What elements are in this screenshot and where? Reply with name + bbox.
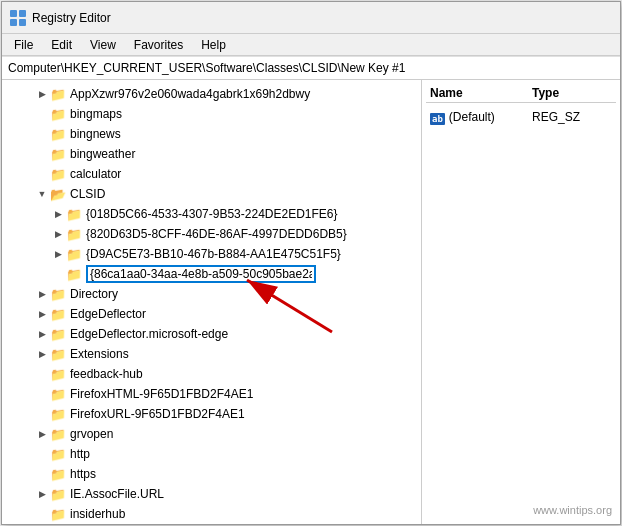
expander-newkey[interactable] [50,264,66,284]
tree-item-clsid2[interactable]: ▶📁{820D63D5-8CFF-46DE-86AF-4997DEDD6DB5} [2,224,421,244]
folder-icon-firefoxurl: 📁 [50,407,66,422]
tree-item-edgedeflectorme[interactable]: ▶📁EdgeDeflector.microsoft-edge [2,324,421,344]
folder-icon-clsid2: 📁 [66,227,82,242]
folder-icon-https: 📁 [50,467,66,482]
tree-item-clsid3[interactable]: ▶📁{D9AC5E73-BB10-467b-B884-AA1E475C51F5} [2,244,421,264]
tree-item-bingmaps[interactable]: 📁bingmaps [2,104,421,124]
detail-row-name: (Default) [449,110,532,124]
menu-edit[interactable]: Edit [43,36,80,54]
tree-item-ieassocfile[interactable]: ▶📁IE.AssocFile.URL [2,484,421,504]
tree-item-label-firefoxurl: FirefoxURL-9F65D1FBD2F4AE1 [70,407,245,421]
tree-item-directory[interactable]: ▶📁Directory [2,284,421,304]
expander-feedbackhub[interactable] [34,364,50,384]
tree-item-label-directory: Directory [70,287,118,301]
tree-item-calculator[interactable]: 📁calculator [2,164,421,184]
tree-item-label-bingweather: bingweather [70,147,135,161]
svg-rect-0 [10,10,17,17]
tree-item-feedbackhub[interactable]: 📁feedback-hub [2,364,421,384]
expander-bingnews[interactable] [34,124,50,144]
detail-pane: Name Type ab(Default)REG_SZ [422,80,620,524]
tree-item-label-bingnews: bingnews [70,127,121,141]
folder-icon-http: 📁 [50,447,66,462]
folder-icon-insiderhub: 📁 [50,507,66,522]
tree-item-label-feedbackhub: feedback-hub [70,367,143,381]
tree-item-https[interactable]: 📁https [2,464,421,484]
expander-grvopen[interactable]: ▶ [34,424,50,444]
tree-item-label-clsid: CLSID [70,187,105,201]
expander-http[interactable] [34,444,50,464]
detail-row-icon: ab [430,109,445,125]
expander-extensions[interactable]: ▶ [34,344,50,364]
menu-help[interactable]: Help [193,36,234,54]
folder-icon-directory: 📁 [50,287,66,302]
tree-item-label-clsid2: {820D63D5-8CFF-46DE-86AF-4997DEDD6DB5} [86,227,347,241]
tree-item-newkey[interactable]: 📁 [2,264,421,284]
detail-row-type: REG_SZ [532,110,612,124]
col-name: Name [430,86,532,100]
menu-file[interactable]: File [6,36,41,54]
tree-item-grvopen[interactable]: ▶📁grvopen [2,424,421,444]
app-icon [10,10,26,26]
expander-edgedeflector[interactable]: ▶ [34,304,50,324]
tree-item-label-http: http [70,447,90,461]
tree-item-clsid1[interactable]: ▶📁{018D5C66-4533-4307-9B53-224DE2ED1FE6} [2,204,421,224]
expander-clsid1[interactable]: ▶ [50,204,66,224]
tree-item-label-ieassocfile: IE.AssocFile.URL [70,487,164,501]
tree-item-edgedeflector[interactable]: ▶📁EdgeDeflector [2,304,421,324]
expander-https[interactable] [34,464,50,484]
tree-item-bingweather[interactable]: 📁bingweather [2,144,421,164]
expander-bingweather[interactable] [34,144,50,164]
folder-icon-clsid: 📂 [50,187,66,202]
folder-icon-bingweather: 📁 [50,147,66,162]
tree-item-appxzwr[interactable]: ▶📁AppXzwr976v2e060wada4gabrk1x69h2dbwy [2,84,421,104]
col-type: Type [532,86,612,100]
expander-ieassocfile[interactable]: ▶ [34,484,50,504]
tree-item-label-edgedeflector: EdgeDeflector [70,307,146,321]
tree-pane[interactable]: ▶📁AppXzwr976v2e060wada4gabrk1x69h2dbwy📁b… [2,80,422,524]
tree-item-label-https: https [70,467,96,481]
folder-icon-ieassocfile: 📁 [50,487,66,502]
address-bar: Computer\HKEY_CURRENT_USER\Software\Clas… [2,56,620,80]
expander-insiderhub[interactable] [34,504,50,524]
folder-icon-clsid1: 📁 [66,207,82,222]
tree-item-label-calculator: calculator [70,167,121,181]
tree-item-firefoxurl[interactable]: 📁FirefoxURL-9F65D1FBD2F4AE1 [2,404,421,424]
tree-item-extensions[interactable]: ▶📁Extensions [2,344,421,364]
expander-directory[interactable]: ▶ [34,284,50,304]
tree-item-label-firefoxhtml: FirefoxHTML-9F65D1FBD2F4AE1 [70,387,253,401]
tree-item-http[interactable]: 📁http [2,444,421,464]
rename-input-newkey[interactable] [86,265,316,283]
tree-item-bingnews[interactable]: 📁bingnews [2,124,421,144]
tree-item-insiderhub[interactable]: 📁insiderhub [2,504,421,524]
menu-favorites[interactable]: Favorites [126,36,191,54]
window-title: Registry Editor [32,11,111,25]
tree-item-label-edgedeflectorme: EdgeDeflector.microsoft-edge [70,327,228,341]
detail-rows: ab(Default)REG_SZ [426,107,616,127]
detail-header: Name Type [426,84,616,103]
expander-clsid[interactable]: ▼ [34,184,50,204]
expander-firefoxurl[interactable] [34,404,50,424]
menu-view[interactable]: View [82,36,124,54]
expander-bingmaps[interactable] [34,104,50,124]
folder-icon-grvopen: 📁 [50,427,66,442]
expander-edgedeflectorme[interactable]: ▶ [34,324,50,344]
expander-appxzwr[interactable]: ▶ [34,84,50,104]
title-bar: Registry Editor [2,2,620,34]
expander-clsid2[interactable]: ▶ [50,224,66,244]
expander-firefoxhtml[interactable] [34,384,50,404]
menu-bar: File Edit View Favorites Help [2,34,620,56]
folder-icon-bingnews: 📁 [50,127,66,142]
expander-calculator[interactable] [34,164,50,184]
folder-icon-extensions: 📁 [50,347,66,362]
tree-item-clsid[interactable]: ▼📂CLSID [2,184,421,204]
folder-icon-firefoxhtml: 📁 [50,387,66,402]
tree-item-firefoxhtml[interactable]: 📁FirefoxHTML-9F65D1FBD2F4AE1 [2,384,421,404]
tree-item-label-appxzwr: AppXzwr976v2e060wada4gabrk1x69h2dbwy [70,87,310,101]
expander-clsid3[interactable]: ▶ [50,244,66,264]
svg-rect-3 [19,19,26,26]
svg-rect-2 [10,19,17,26]
tree-item-label-extensions: Extensions [70,347,129,361]
folder-icon-edgedeflector: 📁 [50,307,66,322]
detail-row[interactable]: ab(Default)REG_SZ [426,107,616,127]
folder-icon-edgedeflectorme: 📁 [50,327,66,342]
